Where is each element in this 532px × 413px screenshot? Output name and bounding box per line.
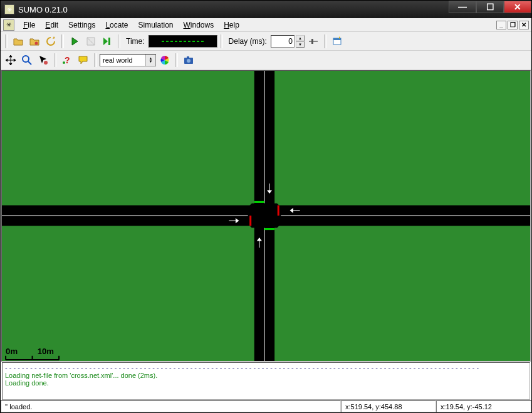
menu-settings[interactable]: Settings xyxy=(63,19,100,31)
zoom-button[interactable] xyxy=(19,53,34,68)
delay-label: Delay (ms): xyxy=(226,37,269,46)
speech-bubble-icon xyxy=(78,55,89,66)
toolbar-view: ? real world ▲▼ xyxy=(1,51,531,70)
simulation-viewport[interactable]: 0m 10m xyxy=(1,70,531,362)
question-icon: ? xyxy=(61,55,73,66)
time-display xyxy=(149,35,217,48)
menu-file[interactable]: File xyxy=(18,19,40,31)
svg-point-0 xyxy=(35,41,38,44)
app-icon-small[interactable]: ✳ xyxy=(3,19,14,31)
folder-open-icon xyxy=(13,36,24,47)
svg-line-7 xyxy=(28,61,31,65)
open-network-button[interactable] xyxy=(11,34,26,49)
toolbar-simulation: Time: Delay (ms): ▲▼ xyxy=(1,32,531,51)
mdi-close-button[interactable]: ✕ xyxy=(519,21,529,29)
folder-config-icon xyxy=(29,36,40,47)
status-net-coords: x:519.54, y:454.88 xyxy=(341,400,436,412)
time-label: Time: xyxy=(123,37,147,46)
svg-rect-1 xyxy=(108,38,110,45)
open-config-button[interactable] xyxy=(27,34,42,49)
network-canvas: 0m 10m xyxy=(2,71,530,361)
mdi-minimize-button[interactable]: _ xyxy=(496,21,506,29)
pointer-locate-icon xyxy=(38,55,49,66)
menu-edit[interactable]: Edit xyxy=(40,19,63,31)
tooltip-button[interactable] xyxy=(76,53,91,68)
svg-rect-3 xyxy=(311,39,313,44)
svg-rect-5 xyxy=(333,38,341,40)
log-line: Loading done. xyxy=(5,379,527,387)
mdi-window-controls: _ ❐ ✕ xyxy=(496,21,529,29)
maximize-button[interactable]: ☐ xyxy=(476,1,504,13)
svg-point-8 xyxy=(44,61,48,65)
status-geo-coords: x:19.54, y:-45.12 xyxy=(436,400,531,412)
color-scheme-value: real world xyxy=(103,56,133,64)
new-view-icon xyxy=(331,36,343,47)
svg-text:0m: 0m xyxy=(6,347,18,356)
slider-icon xyxy=(308,36,319,47)
new-view-button[interactable] xyxy=(330,34,345,49)
svg-point-6 xyxy=(23,56,29,62)
svg-rect-14 xyxy=(187,56,189,58)
titlebar: ✳ SUMO 0.21.0 — ☐ ✕ xyxy=(1,1,531,18)
statusbar: '' loaded. x:519.54, y:454.88 x:19.54, y… xyxy=(1,400,531,412)
reload-icon xyxy=(45,36,56,47)
menu-locate[interactable]: Locate xyxy=(100,19,133,31)
svg-point-10 xyxy=(63,61,65,64)
svg-text:10m: 10m xyxy=(38,347,54,356)
color-settings-button[interactable] xyxy=(157,53,172,68)
camera-icon xyxy=(183,55,194,66)
screenshot-button[interactable] xyxy=(181,53,196,68)
menu-simulation[interactable]: Simulation xyxy=(133,19,178,31)
mdi-restore-button[interactable]: ❐ xyxy=(508,21,518,29)
reload-button[interactable] xyxy=(43,34,58,49)
window-controls: — ☐ ✕ xyxy=(449,1,531,18)
minimize-button[interactable]: — xyxy=(449,1,476,13)
message-log[interactable]: - - - - - - - - - - - - - - - - - - - - … xyxy=(2,362,530,400)
log-separator: - - - - - - - - - - - - - - - - - - - - … xyxy=(5,364,527,372)
color-wheel-icon xyxy=(159,55,170,66)
log-line: Loading net-file from 'cross.net.xml'...… xyxy=(5,372,527,379)
magnifier-icon xyxy=(21,55,33,66)
menu-help[interactable]: Help xyxy=(219,19,244,31)
move-icon xyxy=(5,55,16,66)
svg-point-13 xyxy=(187,59,190,63)
step-icon xyxy=(102,36,113,47)
close-button[interactable]: ✕ xyxy=(504,1,531,13)
svg-text:?: ? xyxy=(65,55,70,65)
step-button[interactable] xyxy=(100,34,115,49)
edit-viewport-button[interactable]: ? xyxy=(60,53,75,68)
menu-windows[interactable]: Windows xyxy=(179,19,219,31)
play-button[interactable] xyxy=(67,34,82,49)
chevron-updown-icon: ▲▼ xyxy=(145,55,155,66)
delay-input[interactable] xyxy=(271,35,295,48)
menubar: ✳ File Edit Settings Locate Simulation W… xyxy=(1,18,531,32)
pause-button[interactable] xyxy=(83,34,98,49)
svg-marker-22 xyxy=(248,203,281,227)
delay-spinner[interactable]: ▲▼ xyxy=(296,35,305,48)
color-scheme-select[interactable]: real world ▲▼ xyxy=(100,54,156,66)
stop-icon xyxy=(85,36,96,47)
recenter-button[interactable] xyxy=(3,53,18,68)
window-title: SUMO 0.21.0 xyxy=(18,5,449,14)
locate-button[interactable] xyxy=(36,53,51,68)
status-message: '' loaded. xyxy=(1,400,341,412)
play-icon xyxy=(69,36,80,47)
app-icon: ✳ xyxy=(4,4,14,14)
delay-slider-button[interactable] xyxy=(306,34,321,49)
